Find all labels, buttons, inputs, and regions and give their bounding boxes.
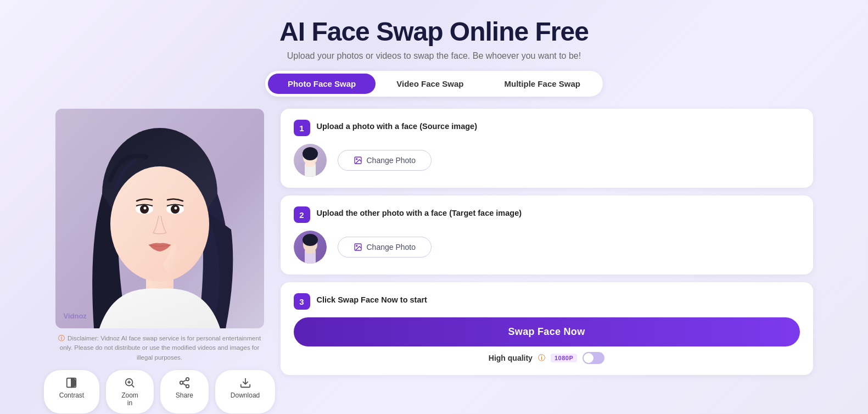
step-3-header: 3 Click Swap Face Now to start [294,293,800,310]
image-icon-2 [354,243,362,251]
step-2-thumb [294,231,327,264]
zoom-label: Zoom in [121,391,138,407]
step-2-thumb-image [294,231,327,264]
step-1-content: Change Photo [294,144,800,177]
svg-point-26 [305,161,316,167]
quality-badge: 1080P [551,354,577,362]
swap-face-now-button[interactable]: Swap Face Now [294,317,800,346]
svg-point-33 [305,248,316,254]
step-2-header: 2 Upload the other photo with a face (Ta… [294,206,800,223]
svg-point-3 [110,166,209,282]
share-icon [178,377,191,389]
tab-photo-face-swap[interactable]: Photo Face Swap [268,74,376,94]
step-1-thumb-image [294,144,327,177]
quality-label: High quality [489,354,533,362]
zoom-button[interactable]: Zoom in [106,370,154,413]
disclaimer-icon: ⓘ [58,335,65,342]
step-3-badge: 3 [294,293,310,310]
svg-point-16 [186,378,189,381]
step-2-button-label: Change Photo [367,243,416,251]
watermark: Vidnoz [64,312,87,320]
page-wrapper: AI Face Swap Online Free Upload your pho… [0,0,868,414]
zoom-icon [124,377,136,389]
left-panel: Vidnoz ⓘ Disclaimer: Vidnoz AI face swap… [55,109,264,413]
step-2-badge: 2 [294,206,310,223]
tab-bar: Photo Face Swap Video Face Swap Multiple… [265,71,603,97]
share-label: Share [176,391,193,399]
tab-video-face-swap[interactable]: Video Face Swap [377,74,483,94]
step-1-badge: 1 [294,120,310,136]
face-preview-image [55,109,264,328]
disclaimer-text: ⓘ Disclaimer: Vidnoz AI face swap servic… [55,334,264,362]
main-content: Vidnoz ⓘ Disclaimer: Vidnoz AI face swap… [55,109,813,413]
quality-info-icon: ⓘ [538,353,545,363]
svg-point-18 [186,384,189,388]
step-2-change-photo-button[interactable]: Change Photo [338,237,432,258]
main-title: AI Face Swap Online Free [279,16,589,47]
step-1-card: 1 Upload a photo with a face (Source ima… [281,109,813,188]
svg-line-13 [132,385,135,387]
step-2-content: Change Photo [294,231,800,264]
step-1-header: 1 Upload a photo with a face (Source ima… [294,120,800,136]
svg-point-24 [303,147,318,160]
svg-point-31 [303,234,318,246]
contrast-icon [65,377,77,389]
step-2-card: 2 Upload the other photo with a face (Ta… [281,195,813,275]
step-2-title: Upload the other photo with a face (Targ… [317,209,522,217]
step-1-title: Upload a photo with a face (Source image… [317,122,477,131]
share-button[interactable]: Share [160,370,209,413]
toggle-knob [584,353,593,363]
right-panel: 1 Upload a photo with a face (Source ima… [281,109,813,375]
download-button[interactable]: Download [215,370,275,413]
svg-line-19 [183,383,186,385]
action-buttons: Contrast Zoom in [55,370,264,413]
step-1-button-label: Change Photo [367,156,416,165]
step-3-title: Click Swap Face Now to start [317,295,427,304]
quality-row: High quality ⓘ 1080P [294,352,800,364]
subtitle: Upload your photos or videos to swap the… [279,51,589,61]
image-icon-1 [354,156,362,165]
contrast-label: Contrast [59,391,84,399]
header-section: AI Face Swap Online Free Upload your pho… [279,16,589,61]
step-1-change-photo-button[interactable]: Change Photo [338,150,432,171]
contrast-button[interactable]: Contrast [44,370,99,413]
svg-point-35 [356,245,357,247]
svg-point-9 [174,207,177,210]
download-icon [239,377,251,389]
tab-multiple-face-swap[interactable]: Multiple Face Swap [485,74,600,94]
quality-toggle[interactable] [583,352,604,364]
step-3-card: 3 Click Swap Face Now to start Swap Face… [281,282,813,375]
svg-point-6 [143,207,146,210]
svg-point-28 [356,159,357,160]
step-1-thumb [294,144,327,177]
preview-image-container: Vidnoz [55,109,264,328]
svg-point-17 [180,381,183,384]
svg-line-20 [183,380,186,382]
download-label: Download [231,391,260,399]
